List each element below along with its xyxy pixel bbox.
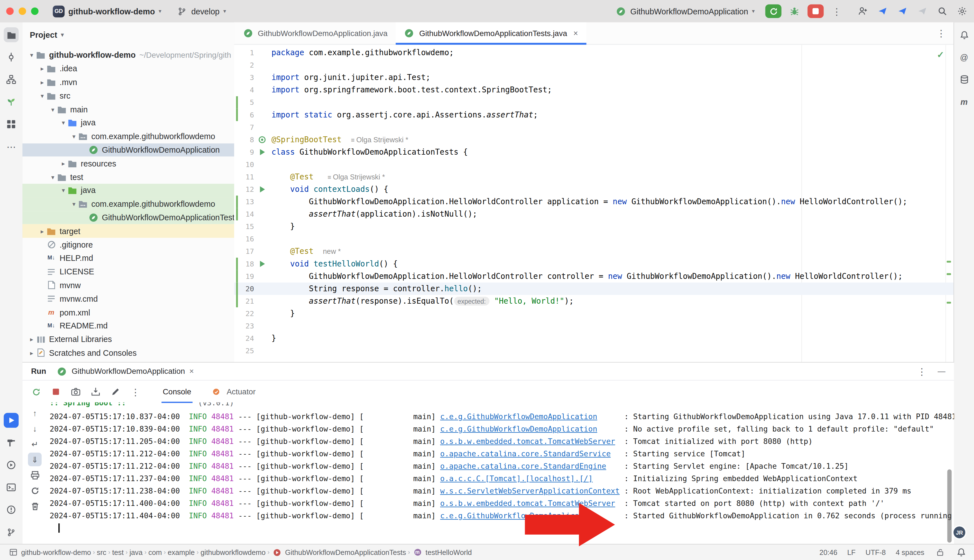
tree-item-pom-xml[interactable]: mpom.xml [22,306,234,319]
console-output[interactable]: :: Spring Boot ::(v3.0.1)2024-07-05T15:1… [50,402,954,545]
code-line-6[interactable]: 6import static org.assertj.core.api.Asse… [234,109,954,121]
chevron-right-icon[interactable]: ▸ [27,336,36,343]
code-line-21[interactable]: 21 assertThat(response).isEqualTo(expect… [234,295,954,307]
tab-actuator[interactable]: Actuator [208,380,257,403]
chevron-down-icon[interactable]: ▾ [70,200,78,207]
stop-icon[interactable] [50,386,62,398]
tree-item-help-md[interactable]: M↓HELP.md [22,252,234,265]
branch-selector[interactable]: develop ▾ [172,4,230,18]
tree-item-java[interactable]: ▾java [22,184,234,197]
structure-icon[interactable] [4,72,18,87]
tree-item-scratches-and-consoles[interactable]: ▸Scratches and Consoles [22,346,234,360]
chevron-right-icon[interactable]: ▸ [59,160,68,167]
code-line-1[interactable]: 1package com.example.githubworkflowdemo; [234,47,954,59]
code-line-24[interactable]: 24} [234,332,954,345]
breadcrumb-item[interactable]: GithubWorkflowDemoApplicationTests [272,547,406,558]
options-icon[interactable]: ⋮ [917,367,926,376]
chevron-down-icon[interactable]: ▾ [48,106,57,113]
modules-icon[interactable] [4,117,18,132]
restore-icon[interactable] [28,484,42,497]
scroll-end-icon[interactable]: ⇓ [28,453,42,466]
code-line-17[interactable]: 17 @Test new * [234,245,954,258]
commit-icon[interactable] [4,50,18,65]
tree-item-mvnw-cmd[interactable]: mvnw.cmd [22,292,234,306]
window-icon[interactable] [7,547,18,558]
chevron-down-icon[interactable]: ▾ [59,120,68,126]
tree-item-com-example-githubworkflowdemo[interactable]: ▾com.example.githubworkflowdemo [22,197,234,211]
scroll-down-icon[interactable]: ↓ [28,422,42,435]
breadcrumb-item[interactable]: src [97,548,106,556]
close-button[interactable] [6,7,13,15]
ai-assistant-icon[interactable]: @ [957,50,971,65]
build-icon[interactable] [4,435,18,450]
tree-item-mvnw[interactable]: mvnw [22,278,234,292]
maven-icon[interactable]: m [957,94,971,109]
code-line-18[interactable]: 18 void testHelloWorld() { [234,258,954,270]
zoom-button[interactable] [31,7,38,15]
more-icon[interactable]: ⋯ [4,139,18,154]
logger-link[interactable]: o.a.c.c.C.[Tomcat].[localhost].[/] [440,474,593,483]
breadcrumb-item[interactable]: githubworkflowdemo [200,548,265,556]
terminal-icon[interactable] [4,480,18,495]
breadcrumb-item[interactable]: com [148,548,162,556]
tree-item-githubworkflowdemoapplicationtests[interactable]: GithubWorkflowDemoApplicationTests [22,211,234,224]
tree-item-external-libraries[interactable]: ▸External Libraries [22,333,234,346]
code-line-4[interactable]: 4import org.springframework.boot.test.co… [234,84,954,96]
code-line-7[interactable]: 7 [234,121,954,133]
code-line-10[interactable]: 10 [234,158,954,171]
chevron-down-icon[interactable]: ▾ [59,187,68,194]
logger-link[interactable]: o.apache.catalina.core.StandardEngine [440,462,606,471]
caret-position[interactable]: 20:46 [820,548,837,556]
logger-link[interactable]: c.e.g.GithubWorkflowDemoApplication [440,425,597,433]
code-line-16[interactable]: 16 [234,233,954,245]
code-line-22[interactable]: 22 } [234,307,954,320]
tree-item-src[interactable]: ▾src [22,89,234,103]
line-separator[interactable]: LF [847,548,856,556]
bean-gutter-icon[interactable] [258,135,267,144]
code-line-20[interactable]: 20 String response = controller.hello(); [234,283,954,295]
code-line-5[interactable]: 5 [234,96,954,109]
chevron-right-icon[interactable]: ▸ [38,65,47,72]
edit-icon[interactable] [109,386,122,398]
indent[interactable]: 4 spaces [896,548,924,556]
tree-item--gitignore[interactable]: .gitignore [22,238,234,252]
rerun-icon[interactable] [30,386,42,398]
logger-link[interactable]: o.s.b.w.embedded.tomcat.TomcatWebServer [440,437,615,446]
breadcrumb-item[interactable]: java [129,548,143,556]
tree-item-githubworkflowdemoapplication[interactable]: GithubWorkflowDemoApplication [22,143,234,157]
chevron-right-icon[interactable]: ▸ [38,228,47,234]
send-icon[interactable] [897,6,908,17]
chevron-down-icon[interactable]: ▾ [27,52,36,58]
code-line-25[interactable]: 25 [234,345,954,357]
run-gutter-icon[interactable] [258,185,267,194]
chevron-down-icon[interactable]: ▾ [38,92,47,99]
soft-wrap-icon[interactable]: ↵ [28,437,42,451]
encoding[interactable]: UTF-8 [866,548,886,556]
code-line-23[interactable]: 23 [234,320,954,332]
import-icon[interactable] [89,386,102,398]
send-icon[interactable] [877,6,888,17]
code-line-14[interactable]: 14 assertThat(application).isNotNull(); [234,208,954,220]
chevron-down-icon[interactable]: ▾ [48,173,57,180]
console-scrollbar[interactable] [947,469,951,543]
services-icon[interactable] [4,457,18,472]
clear-icon[interactable] [28,499,42,513]
settings-icon[interactable] [957,6,968,17]
unlock-icon[interactable] [934,547,946,558]
database-icon[interactable] [957,72,971,87]
logger-link[interactable]: o.s.b.w.embedded.tomcat.TomcatWebServer [440,499,615,508]
search-icon[interactable] [937,6,948,17]
user-plus-icon[interactable] [857,6,869,17]
code-line-8[interactable]: 8@SpringBootTest Olga Strijewski * [234,133,954,146]
close-icon[interactable]: × [573,28,578,38]
code-line-13[interactable]: 13 GithubWorkflowDemoApplication.HelloWo… [234,195,954,208]
code-line-3[interactable]: 3import org.junit.jupiter.api.Test; [234,71,954,84]
code-line-12[interactable]: 12 void contextLoads() { [234,183,954,195]
spring-icon[interactable] [4,94,18,109]
rerun-button[interactable] [765,4,781,18]
project-panel-header[interactable]: Project ▾ [22,22,234,47]
run-gutter-icon[interactable] [258,148,267,157]
inspections-widget[interactable]: ✓ [937,50,944,60]
editor-tab[interactable]: GithubWorkflowDemoApplicationTests.java× [396,22,586,44]
stop-button[interactable] [807,4,824,18]
